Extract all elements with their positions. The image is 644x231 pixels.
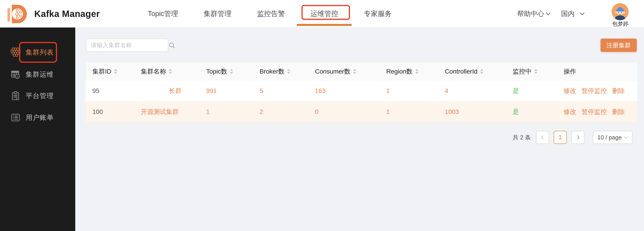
sort-carets-icon (480, 69, 483, 74)
delete-link[interactable]: 删除 (612, 87, 625, 94)
help-center-menu[interactable]: 帮助中心 (517, 0, 551, 28)
cell-consumers: 0 (315, 108, 386, 116)
billing-table-icon: $ (10, 69, 21, 80)
search-icon[interactable] (168, 42, 175, 49)
user-avatar[interactable] (612, 3, 629, 20)
page-size-label: 10 / page (597, 134, 622, 141)
cell-cluster-id: 95 (86, 87, 141, 95)
pause-monitor-link[interactable]: 暂停监控 (582, 87, 607, 94)
list-icon (10, 112, 21, 123)
nav-topic-management[interactable]: Topic管理 (148, 9, 178, 19)
column-header-cluster-id[interactable]: 集群ID (86, 67, 141, 76)
page-size-select[interactable]: 10 / page (593, 131, 632, 144)
edit-link[interactable]: 修改 (564, 108, 576, 115)
sidebar-item-label: 平台管理 (26, 91, 54, 101)
sidebar-item-platform-management[interactable]: 平台管理 (0, 89, 75, 103)
column-header-actions: 操作 (564, 67, 637, 76)
main-content: 注册集群 集群ID 集群名称 Topic数 Broker数 Consumer数 … (75, 28, 644, 231)
main-nav: Topic管理 集群管理 监控告警 运维管控 专家服务 (148, 0, 392, 28)
help-center-label: 帮助中心 (517, 9, 544, 19)
cluster-table: 集群ID 集群名称 Topic数 Broker数 Consumer数 Regio… (86, 63, 637, 122)
sidebar: 集群列表 $ 集群运维 平台管理 (0, 28, 75, 231)
pagination-total: 共 2 条 (513, 131, 531, 144)
nav-cluster-management[interactable]: 集群管理 (204, 9, 232, 19)
column-header-brokers[interactable]: Broker数 (260, 67, 315, 76)
cell-brokers: 2 (260, 108, 315, 116)
cell-cluster-name[interactable]: 长群 (141, 87, 206, 95)
cell-brokers: 5 (260, 87, 315, 95)
table-header-row: 集群ID 集群名称 Topic数 Broker数 Consumer数 Regio… (86, 63, 637, 81)
sidebar-item-cluster-list[interactable]: 集群列表 (0, 45, 75, 60)
brand: Kafka Manager (6, 0, 100, 28)
nav-monitor-alert[interactable]: 监控告警 (257, 9, 285, 19)
nav-ops-control[interactable]: 运维管控 (310, 9, 338, 19)
chevron-down-icon (580, 12, 585, 16)
sidebar-item-label: 用户账单 (26, 113, 54, 122)
sidebar-item-user-billing[interactable]: 用户账单 (0, 110, 75, 125)
app-title: Kafka Manager (34, 9, 100, 19)
sort-carets-icon (353, 69, 356, 74)
chevron-down-icon (624, 136, 628, 139)
sort-carets-icon (230, 69, 233, 74)
pagination-page-1[interactable]: 1 (554, 131, 567, 144)
sort-carets-icon (114, 69, 117, 74)
honeycomb-cluster-icon (10, 47, 21, 58)
cell-actions: 修改 暂停监控 删除 (564, 87, 637, 95)
register-cluster-button[interactable]: 注册集群 (600, 39, 637, 52)
cell-consumers: 163 (315, 87, 386, 95)
cell-regions: 1 (386, 108, 445, 116)
cell-monitored: 是 (513, 108, 564, 116)
avatar-cartoon-icon (612, 3, 629, 20)
cell-topics: 1 (206, 108, 260, 116)
sort-carets-icon (415, 69, 418, 74)
sort-carets-icon (169, 69, 172, 74)
column-header-monitored[interactable]: 监控中 (513, 67, 564, 76)
kafka-manager-app: Kafka Manager Topic管理 集群管理 监控告警 运维管控 专家服… (0, 0, 644, 231)
pause-monitor-link[interactable]: 暂停监控 (582, 108, 607, 115)
cell-actions: 修改 暂停监控 删除 (564, 108, 637, 116)
app-logo-icon (6, 3, 28, 25)
sidebar-item-label: 集群列表 (26, 48, 54, 57)
column-header-cluster-name[interactable]: 集群名称 (141, 67, 206, 76)
pagination-prev-button[interactable] (536, 131, 549, 144)
cell-topics: 991 (206, 87, 260, 95)
cell-controller-id: 4 (445, 87, 513, 95)
chevron-down-icon (546, 12, 551, 16)
column-header-topics[interactable]: Topic数 (206, 67, 260, 76)
svg-text:$: $ (16, 75, 18, 78)
topbar: Kafka Manager Topic管理 集群管理 监控告警 运维管控 专家服… (0, 0, 644, 28)
pagination-next-button[interactable] (572, 131, 584, 144)
table-row: 95 长群 991 5 163 1 4 是 修改 暂停监控 删除 (86, 81, 637, 102)
cluster-search-input[interactable] (86, 39, 168, 52)
nav-expert-service[interactable]: 专家服务 (364, 9, 392, 19)
column-header-consumers[interactable]: Consumer数 (315, 67, 386, 76)
user-name: 包梦婷 (603, 20, 638, 28)
chevron-left-icon (539, 134, 546, 141)
table-row: 100 开源测试集群 1 2 0 1 1003 是 修改 暂停监控 删除 (86, 102, 637, 122)
clipboard-icon (10, 91, 21, 101)
edit-link[interactable]: 修改 (564, 87, 576, 94)
cell-cluster-name[interactable]: 开源测试集群 (141, 108, 206, 116)
cell-monitored: 是 (513, 87, 564, 95)
region-label: 国内 (561, 9, 574, 19)
cluster-search-box (86, 39, 168, 52)
cell-regions: 1 (386, 87, 445, 95)
sort-carets-icon (287, 69, 290, 74)
column-header-controller-id[interactable]: ControllerId (445, 68, 513, 75)
sidebar-item-label: 集群运维 (26, 70, 54, 79)
column-header-regions[interactable]: Region数 (386, 67, 445, 76)
chevron-right-icon (574, 134, 581, 141)
region-selector[interactable]: 国内 (561, 0, 585, 28)
sort-carets-icon (534, 69, 538, 74)
cell-controller-id: 1003 (445, 108, 513, 116)
cell-cluster-id: 100 (86, 108, 141, 116)
sidebar-item-cluster-ops[interactable]: $ 集群运维 (0, 67, 75, 82)
delete-link[interactable]: 删除 (612, 108, 625, 115)
